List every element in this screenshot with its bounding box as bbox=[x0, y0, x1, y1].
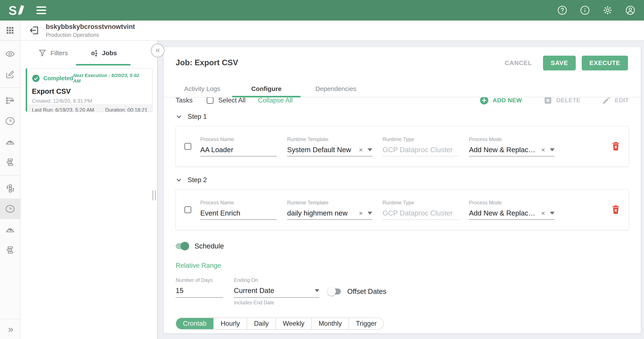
tab-dependencies[interactable]: Dependencies bbox=[300, 85, 371, 92]
active-tab-underline bbox=[76, 64, 130, 66]
collapse-all-link[interactable]: Collapse All bbox=[258, 98, 293, 104]
dropdown-caret-icon[interactable] bbox=[368, 212, 372, 215]
jobs-panel: Filters Jobs Completed Next Execution : … bbox=[20, 41, 158, 339]
collapse-panel-icon[interactable]: « bbox=[151, 44, 164, 57]
number-of-days-field: Number of Days 15 bbox=[176, 277, 223, 298]
stack-icon[interactable] bbox=[0, 240, 20, 260]
sub-header: bskybbskybcrosstvnowtvint Production Ope… bbox=[0, 20, 644, 41]
app-bar: S bbox=[0, 0, 644, 20]
job-card-duration: Duration: 00:18:21 bbox=[105, 107, 148, 112]
eye-icon[interactable] bbox=[0, 44, 20, 64]
tasks-actions: ADD NEW DELETE EDIT bbox=[480, 98, 629, 105]
body: » Filters Jobs Completed Next Execu bbox=[0, 41, 644, 339]
step-2-checkbox[interactable] bbox=[184, 206, 191, 213]
account-icon[interactable] bbox=[625, 5, 636, 16]
tab-activity-logs[interactable]: Activity Logs bbox=[172, 85, 232, 92]
apps-grid-icon[interactable] bbox=[5, 25, 15, 36]
clear-icon[interactable] bbox=[538, 209, 545, 217]
delete-button[interactable]: DELETE bbox=[544, 98, 580, 105]
step-1-row: Process Name AA Loader Runtime Template … bbox=[176, 126, 629, 167]
route-icon[interactable] bbox=[0, 90, 20, 111]
process-mode-value[interactable]: Add New & Replace ... bbox=[469, 209, 538, 217]
tab-jobs[interactable]: Jobs bbox=[76, 49, 130, 57]
job-actions: CANCEL SAVE EXECUTE bbox=[500, 56, 628, 70]
gauge-icon[interactable] bbox=[0, 132, 20, 152]
offset-dates-label: Offset Dates bbox=[347, 288, 386, 296]
mode-trigger[interactable]: Trigger bbox=[348, 318, 384, 329]
execute-button[interactable]: EXECUTE bbox=[582, 56, 628, 70]
clear-icon[interactable] bbox=[538, 146, 545, 154]
pencil-icon bbox=[602, 98, 611, 105]
configure-scroll-area[interactable]: Tasks Select All Collapse All ADD NEW D bbox=[164, 98, 641, 334]
process-name-value[interactable]: AA Loader bbox=[200, 146, 233, 154]
clock-icon[interactable] bbox=[0, 111, 20, 132]
runtime-type-field: Runtime Type GCP Dataproc Cluster bbox=[382, 200, 459, 220]
step-1-header[interactable]: Step 1 bbox=[176, 113, 629, 120]
schedule-toggle[interactable] bbox=[176, 243, 188, 249]
tab-jobs-label: Jobs bbox=[102, 50, 117, 57]
number-of-days-input[interactable]: 15 bbox=[176, 286, 184, 295]
job-card-last-run: Last Run: 6/19/23, 5:20 AM bbox=[32, 107, 94, 112]
job-card[interactable]: Completed Next Execution : 6/20/23, 5:02… bbox=[26, 68, 152, 112]
runtime-template-value[interactable]: daily highmem new bbox=[287, 209, 348, 217]
dropdown-caret-icon[interactable] bbox=[550, 212, 554, 215]
apps-grid-cell bbox=[0, 20, 20, 40]
hamburger-menu-icon[interactable] bbox=[36, 6, 46, 14]
clear-icon[interactable] bbox=[356, 146, 363, 154]
process-mode-value[interactable]: Add New & Replace ... bbox=[469, 146, 538, 154]
runtime-template-value[interactable]: System Default New bbox=[287, 146, 351, 154]
dropdown-caret-icon[interactable] bbox=[550, 148, 554, 151]
save-button[interactable]: SAVE bbox=[543, 56, 576, 70]
expand-rail-icon[interactable]: » bbox=[0, 319, 20, 339]
process-name-field: Process Name Event Enrich bbox=[200, 200, 277, 220]
tasks-toolbar: Tasks Select All Collapse All ADD NEW D bbox=[176, 98, 629, 107]
delete-task-icon[interactable] bbox=[612, 205, 620, 215]
delete-task-icon[interactable] bbox=[612, 142, 620, 152]
app-logo-slash bbox=[18, 5, 24, 16]
runtime-template-field: Runtime Template daily highmem new bbox=[287, 200, 372, 220]
plus-circle-icon bbox=[480, 98, 489, 105]
edit-icon[interactable] bbox=[0, 64, 20, 85]
stack-icon[interactable] bbox=[0, 152, 20, 172]
runtime-template-field: Runtime Template System Default New bbox=[287, 136, 372, 156]
mode-weekly[interactable]: Weekly bbox=[276, 318, 311, 329]
funnel-icon bbox=[38, 49, 47, 57]
select-all-label[interactable]: Select All bbox=[218, 98, 246, 104]
offset-dates-toggle[interactable] bbox=[328, 288, 341, 294]
ending-on-select[interactable]: Current Date bbox=[234, 286, 274, 295]
step-1-label: Step 1 bbox=[188, 113, 207, 120]
settings-gear-icon[interactable] bbox=[602, 5, 613, 16]
mode-hourly[interactable]: Hourly bbox=[213, 318, 247, 329]
help-icon[interactable] bbox=[557, 5, 568, 16]
process-name-value[interactable]: Event Enrich bbox=[200, 209, 240, 217]
offset-dates-row: Offset Dates bbox=[328, 288, 386, 296]
clear-icon[interactable] bbox=[356, 209, 363, 217]
dropdown-caret-icon[interactable] bbox=[315, 289, 320, 292]
chevron-down-icon bbox=[176, 114, 182, 120]
step-2-header[interactable]: Step 2 bbox=[176, 176, 629, 184]
tab-configure[interactable]: Configure bbox=[232, 85, 300, 92]
gauge-icon[interactable] bbox=[0, 219, 20, 240]
mode-monthly[interactable]: Monthly bbox=[311, 318, 349, 329]
rail-divider bbox=[0, 175, 20, 176]
relative-range-heading: Relative Range bbox=[176, 262, 629, 270]
exit-back-icon[interactable] bbox=[29, 25, 39, 36]
cancel-button[interactable]: CANCEL bbox=[500, 56, 537, 70]
panel-resize-handle[interactable] bbox=[152, 190, 156, 200]
tab-filters[interactable]: Filters bbox=[30, 49, 76, 57]
info-icon[interactable] bbox=[580, 5, 590, 16]
workflow-icon[interactable] bbox=[0, 178, 20, 198]
runtime-type-value: GCP Dataproc Cluster bbox=[382, 146, 453, 154]
process-mode-field: Process Mode Add New & Replace ... bbox=[469, 136, 554, 156]
schedule-mode-segmented: Crontab Hourly Daily Weekly Monthly Trig… bbox=[176, 318, 384, 330]
step-1-checkbox[interactable] bbox=[184, 143, 191, 150]
add-new-button[interactable]: ADD NEW bbox=[480, 98, 522, 105]
edit-button[interactable]: EDIT bbox=[602, 98, 629, 105]
dropdown-caret-icon[interactable] bbox=[368, 148, 372, 151]
job-card-footer: Last Run: 6/19/23, 5:20 AM Duration: 00:… bbox=[27, 104, 152, 112]
mode-daily[interactable]: Daily bbox=[247, 318, 276, 329]
select-all-checkbox[interactable] bbox=[207, 98, 214, 104]
clock-icon-selected[interactable] bbox=[0, 198, 20, 219]
job-detail-header: Job: Export CSV CANCEL SAVE EXECUTE bbox=[164, 47, 641, 70]
mode-crontab[interactable]: Crontab bbox=[176, 318, 213, 329]
